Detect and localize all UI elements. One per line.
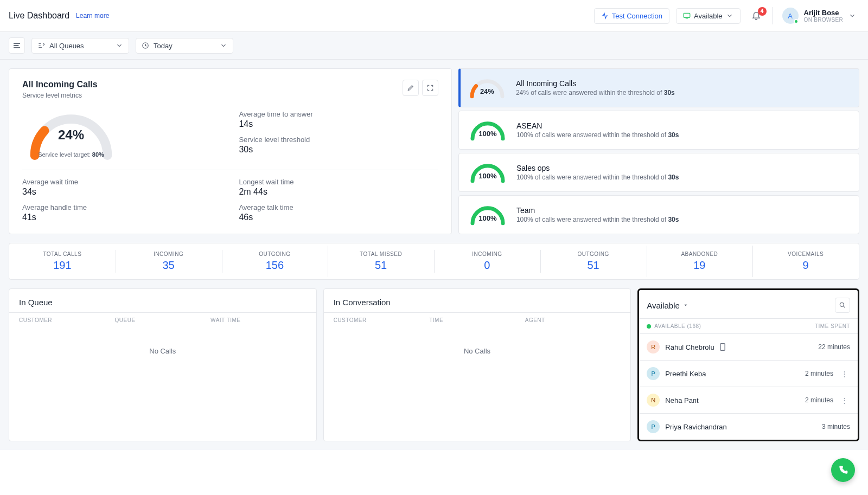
divider — [772, 7, 773, 24]
column-header: AGENT — [525, 317, 621, 323]
agent-row[interactable]: PPriya Ravichandran3 minutes — [639, 413, 858, 440]
stat-label: ABANDONED — [649, 251, 751, 257]
stat-value: 35 — [118, 259, 220, 272]
agent-name: Rahul Chebrolu — [665, 343, 714, 351]
mini-gauge-value: 100% — [469, 214, 507, 222]
queue-row[interactable]: 100%ASEAN100% of calls were answered wit… — [458, 111, 859, 150]
status-selector[interactable]: Available — [676, 8, 741, 24]
svg-point-2 — [840, 303, 844, 306]
mini-gauge: 100% — [469, 161, 507, 184]
filter-bar: All Queues Today — [0, 32, 868, 60]
svg-rect-0 — [684, 13, 690, 17]
mini-gauge-value: 100% — [469, 172, 507, 180]
queue-name: ASEAN — [516, 121, 679, 130]
stat-value: 191 — [11, 259, 113, 272]
chevron-down-icon — [220, 42, 227, 49]
agent-row[interactable]: RRahul Chebrolu22 minutes — [639, 333, 858, 360]
stat-value: 0 — [436, 259, 538, 272]
agent-name: Preethi Keba — [665, 370, 706, 378]
mini-gauge: 100% — [469, 119, 507, 142]
agent-row[interactable]: NNeha Pant2 minutes⋮ — [639, 387, 858, 413]
learn-more-link[interactable]: Learn more — [76, 12, 109, 20]
stat-label: VOICEMAILS — [755, 251, 857, 257]
pencil-icon — [407, 84, 414, 92]
metric-value: 14s — [239, 119, 438, 129]
stat-cell[interactable]: ABANDONED19 — [647, 243, 753, 279]
stat-label: INCOMING — [436, 251, 538, 257]
agent-name: Priya Ravichandran — [665, 423, 726, 431]
agent-row[interactable]: PPreethi Keba2 minutes⋮ — [639, 360, 858, 387]
stat-cell[interactable]: OUTGOING51 — [540, 243, 647, 279]
avatar: R — [647, 340, 660, 353]
queue-row[interactable]: 100%Sales ops100% of calls were answered… — [458, 153, 859, 192]
service-level-gauge: 24% Service level target: 80% — [22, 110, 120, 160]
empty-state: No Calls — [9, 327, 316, 420]
queue-name: Team — [516, 206, 679, 215]
agent-sub-label: AVAILABLE (168) — [647, 323, 701, 329]
kebab-icon[interactable]: ⋮ — [839, 370, 850, 378]
metric-label: Longest wait time — [239, 178, 438, 186]
column-header: TIME — [429, 317, 525, 323]
stat-value: 19 — [649, 259, 751, 272]
mini-gauge: 100% — [469, 203, 507, 226]
page-title: Live Dashboard — [9, 11, 69, 21]
menu-toggle-button[interactable] — [9, 37, 25, 54]
stat-cell[interactable]: INCOMING0 — [434, 243, 540, 279]
profile-sub: ON BROWSER — [804, 17, 843, 23]
metric-label: Average time to answer — [239, 110, 438, 118]
stats-strip: TOTAL CALLS191INCOMING35OUTGOING156TOTAL… — [9, 243, 859, 280]
stat-cell[interactable]: INCOMING35 — [116, 243, 222, 279]
agent-status-filter[interactable]: Available — [647, 301, 680, 310]
avatar: P — [647, 367, 660, 380]
metric-value: 2m 44s — [239, 187, 438, 197]
metric-value: 46s — [239, 213, 438, 222]
agent-time: 3 minutes — [822, 423, 850, 430]
avatar: P — [647, 420, 660, 433]
queue-list: 24%All Incoming Calls24% of calls were a… — [458, 68, 859, 234]
stat-cell[interactable]: TOTAL CALLS191 — [9, 243, 116, 279]
stat-label: TOTAL CALLS — [11, 251, 113, 257]
queue-desc: 100% of calls were answered within the t… — [516, 173, 679, 181]
service-level-card: All Incoming Calls Service level metrics… — [9, 68, 452, 234]
agent-time: 22 minutes — [818, 343, 850, 351]
queue-filter-select[interactable]: All Queues — [31, 38, 129, 54]
gauge-target: Service level target: 80% — [22, 151, 120, 158]
metric-label: Service level threshold — [239, 136, 438, 144]
metric-value: 41s — [22, 213, 221, 222]
mini-gauge-value: 24% — [468, 87, 506, 95]
column-header: QUEUE — [115, 317, 211, 323]
in-queue-panel: In Queue CUSTOMER QUEUE WAIT TIME No Cal… — [9, 288, 317, 441]
queue-desc: 100% of calls were answered within the t… — [516, 131, 679, 139]
stat-value: 51 — [542, 259, 644, 272]
profile-menu[interactable]: A Arijit Bose ON BROWSER — [779, 7, 859, 25]
agent-panel: Available AVAILABLE (168) TIME SPENT RRa… — [637, 288, 859, 441]
stat-cell[interactable]: TOTAL MISSED51 — [328, 243, 434, 279]
metric-label: Average handle time — [22, 203, 221, 211]
metric-value: 30s — [239, 145, 438, 155]
stat-label: OUTGOING — [542, 251, 644, 257]
stat-cell[interactable]: VOICEMAILS9 — [752, 243, 859, 279]
expand-button[interactable] — [422, 80, 438, 96]
stat-value: 9 — [755, 259, 857, 272]
stat-cell[interactable]: OUTGOING156 — [222, 243, 328, 279]
test-connection-button[interactable]: Test Connection — [594, 8, 669, 24]
edit-button[interactable] — [403, 80, 419, 96]
stat-value: 156 — [224, 259, 326, 272]
activity-icon — [601, 12, 609, 20]
time-filter-select[interactable]: Today — [136, 38, 233, 54]
agent-name: Neha Pant — [665, 396, 698, 404]
avatar: N — [647, 394, 660, 407]
sl-subtitle: Service level metrics — [22, 92, 438, 99]
caret-down-icon — [683, 303, 688, 308]
agent-search-button[interactable] — [835, 298, 850, 313]
presence-dot-icon — [794, 19, 799, 24]
metric-value: 34s — [22, 187, 221, 197]
notifications-button[interactable]: 4 — [747, 8, 765, 24]
queue-row[interactable]: 100%Team100% of calls were answered with… — [458, 195, 859, 234]
kebab-icon[interactable]: ⋮ — [839, 396, 850, 404]
queue-row[interactable]: 24%All Incoming Calls24% of calls were a… — [458, 68, 859, 107]
monitor-icon — [683, 12, 691, 19]
chevron-down-icon — [726, 12, 733, 20]
panel-title: In Conversation — [324, 289, 631, 312]
in-conversation-panel: In Conversation CUSTOMER TIME AGENT No C… — [323, 288, 631, 441]
